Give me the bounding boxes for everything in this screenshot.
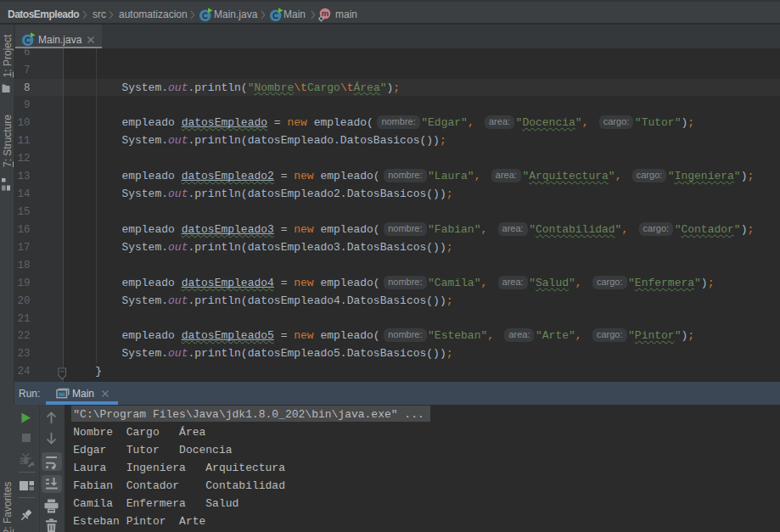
svg-text:m: m (322, 8, 328, 18)
